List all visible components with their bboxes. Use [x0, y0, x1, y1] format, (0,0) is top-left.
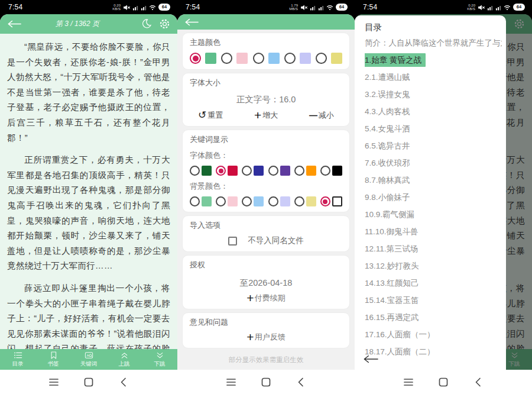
recents-icon[interactable] [48, 376, 60, 388]
toc-item[interactable]: 11.10.御鬼斗兽 [365, 223, 502, 240]
user-feedback-button[interactable]: +用户反馈 [190, 332, 342, 343]
toolbar-bookmark-button[interactable]: 书签 [35, 349, 71, 370]
color-swatch [254, 196, 264, 206]
font-color-orange[interactable] [294, 166, 316, 176]
color-swatch [268, 53, 280, 64]
nav-back-icon[interactable] [295, 376, 307, 388]
wifi-icon [504, 4, 511, 11]
plus-icon: + [246, 332, 254, 342]
toolbar-jump-up-button[interactable]: 上跳 [106, 349, 142, 370]
toc-item[interactable]: 6.5.诡异古井 [365, 137, 502, 154]
toc-item[interactable]: 12.11.第三试场 [365, 240, 502, 257]
toc-item[interactable]: 13.12.妙打教头 [365, 257, 502, 274]
toc-item[interactable]: 9.8.小偷妹子 [365, 189, 502, 206]
toc-item[interactable]: 7.6.收伏琅邪 [365, 154, 502, 172]
theme-option-blue[interactable] [253, 53, 280, 64]
radio-selected [216, 166, 226, 176]
toc-item[interactable]: 17.16.人面瘤（一） [365, 326, 502, 343]
toc-title: 目录 [365, 20, 506, 34]
back-arrow-icon[interactable] [7, 20, 21, 28]
home-icon[interactable] [83, 376, 95, 388]
checkbox-label: 不导入同名文件 [248, 235, 304, 246]
toolbar-keyword-button[interactable]: 关键词 [71, 349, 106, 370]
nav-back-icon[interactable] [118, 376, 129, 388]
toolbar-toc-button[interactable]: 目录 [0, 349, 35, 370]
skip-duplicate-checkbox[interactable] [228, 237, 237, 246]
home-icon[interactable] [437, 376, 449, 388]
toc-item[interactable]: 4.3.人肉客栈 [365, 103, 502, 120]
font-color-purple[interactable] [268, 166, 290, 176]
home-icon[interactable] [260, 376, 272, 388]
wifi-icon [326, 4, 333, 11]
signal2-icon [318, 4, 324, 11]
bg-color-lavender[interactable] [268, 196, 290, 206]
card-title: 授权 [190, 260, 342, 270]
bg-color-label: 背景颜色： [190, 181, 342, 192]
toc-item[interactable]: 3.2.误撞女鬼 [365, 86, 502, 103]
recents-icon[interactable] [403, 376, 414, 388]
clock: 7:54 [363, 3, 378, 11]
card-title: 意见和问题 [190, 317, 342, 328]
feedback-card: 意见和问题 +用户反馈 [182, 312, 350, 348]
renew-button[interactable]: +付费续期 [190, 293, 342, 303]
keyword-search-icon [85, 351, 93, 360]
reset-font-button[interactable]: ↺重置 [198, 110, 223, 121]
increase-font-button[interactable]: +增大 [254, 110, 278, 121]
night-mode-icon[interactable] [141, 18, 152, 30]
theme-option-lavender[interactable] [284, 53, 311, 64]
toc-item[interactable]: 5.4.女鬼斗酒 [365, 120, 502, 137]
page-indicator[interactable]: 第 3 / 1362 页 [21, 19, 134, 29]
card-title: 主题颜色 [190, 37, 342, 48]
bg-color-green[interactable] [190, 196, 212, 206]
font-color-label: 字体颜色： [190, 150, 342, 161]
toc-item[interactable]: 2.1.遭遇山贼 [365, 69, 502, 86]
double-chevron-up-icon [120, 351, 129, 360]
color-swatch [228, 166, 238, 176]
back-arrow-icon [363, 354, 378, 364]
font-color-darkgreen[interactable] [190, 166, 212, 176]
reader-toolbar: 目录 书签 关键词 上跳 下跳 [0, 349, 177, 370]
status-bar: 7:54 0.20KB/S 64 [0, 0, 177, 14]
toc-item-intro[interactable]: 简介：人自从降临这个世界就产生了与之相… [365, 34, 502, 51]
decrease-font-button[interactable]: —减小 [309, 110, 334, 121]
toc-item[interactable]: 10.9.霸气侧漏 [365, 206, 502, 223]
recents-icon[interactable] [225, 376, 237, 388]
color-swatch [280, 196, 290, 206]
toc-item[interactable]: 18.17.人面瘤（二） [365, 343, 502, 360]
screen-toc: 7:54 0.20KB/S 64 第 3 / 1362 页 “黑皇薛远，不要给你… [355, 0, 532, 394]
nav-back-icon[interactable] [472, 376, 484, 388]
toc-item[interactable]: 8.7.翰林真武 [365, 172, 502, 189]
back-arrow-icon[interactable] [184, 18, 199, 27]
android-nav-bar [355, 370, 532, 394]
clock: 7:54 [8, 3, 23, 11]
mute-icon [478, 4, 485, 11]
theme-option-pink[interactable] [221, 53, 248, 64]
color-swatch [236, 53, 248, 64]
theme-option-green[interactable] [190, 53, 216, 64]
settings-header [177, 14, 355, 30]
font-color-crimson[interactable] [216, 166, 238, 176]
battery-icon: 64 [158, 4, 170, 11]
toc-back-button[interactable] [363, 354, 378, 366]
theme-option-yellow[interactable] [316, 53, 342, 64]
reader-text: “黑皇薛远，不要给你脸不要脸，你只是一个失败者，还朕你老-娘-朕！”金甲男人勃然… [0, 34, 177, 370]
bg-color-yellow[interactable] [294, 196, 316, 206]
toc-item[interactable]: 15.14.宝器玉笛 [365, 292, 502, 309]
toc-item-current[interactable]: 1.始章 黄昏之战 [365, 51, 502, 69]
font-color-black[interactable] [320, 166, 342, 176]
reader-header: 第 3 / 1362 页 [0, 14, 177, 34]
color-swatch [254, 166, 264, 176]
toc-item[interactable]: 16.15.再遇定武 [365, 309, 502, 326]
signal2-icon [141, 4, 147, 11]
bg-color-white[interactable] [320, 196, 342, 206]
license-expiry: 至2026-04-18 [190, 277, 342, 289]
toolbar-jump-down-button[interactable]: 下跳 [142, 349, 177, 370]
bg-color-pink[interactable] [216, 196, 238, 206]
gear-icon[interactable] [159, 18, 170, 30]
bg-color-blue[interactable] [242, 196, 264, 206]
color-swatch [202, 196, 212, 206]
font-color-navy[interactable] [242, 166, 264, 176]
color-swatch [306, 196, 316, 206]
toc-item[interactable]: 14.13.红颜知己 [365, 274, 502, 292]
network-speed: 1.79MB/S [289, 4, 298, 11]
